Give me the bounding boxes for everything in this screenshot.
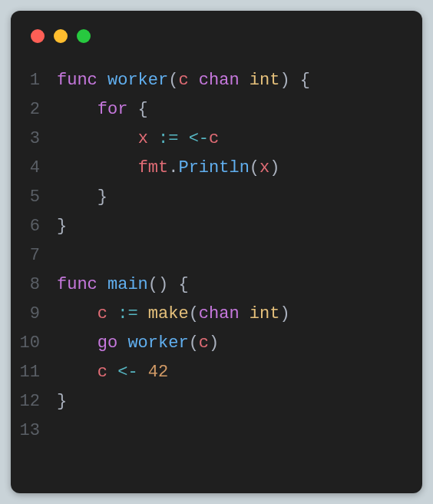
line-number: 5 [11, 183, 57, 212]
token-var: c [178, 71, 188, 90]
token-plain [57, 333, 98, 353]
token-plain [57, 129, 138, 148]
line-content: fmt.Println(x) [57, 154, 422, 183]
line-content: x := <-c [57, 124, 422, 154]
line-content: c := make(chan int) [57, 300, 422, 329]
line-content: } [57, 183, 422, 212]
line-number: 11 [11, 358, 57, 387]
code-line: 7 [11, 241, 422, 270]
code-line: 11 c <- 42 [11, 358, 422, 387]
token-plain: { [127, 100, 147, 119]
token-op: <- [117, 363, 137, 382]
code-line: 4 fmt.Println(x) [11, 154, 422, 183]
line-content [57, 416, 422, 446]
line-content: } [57, 212, 422, 241]
line-content: c <- 42 [57, 358, 422, 387]
line-content: } [57, 387, 422, 416]
token-func: worker [127, 333, 188, 353]
zoom-icon[interactable] [77, 29, 91, 43]
token-plain: ( [168, 71, 178, 90]
token-plain [138, 304, 148, 323]
token-var: c [209, 129, 219, 148]
line-content: for { [57, 95, 422, 124]
code-line: 5 } [11, 183, 422, 212]
token-var: c [199, 333, 209, 353]
token-plain: ) [209, 333, 219, 353]
line-number: 3 [11, 124, 57, 154]
token-plain: } [57, 392, 67, 411]
line-number: 7 [11, 241, 57, 270]
token-plain [189, 71, 199, 90]
close-icon[interactable] [31, 29, 45, 43]
token-plain: ( [189, 333, 199, 353]
token-type: make [148, 304, 189, 323]
token-type: int [250, 71, 280, 90]
line-content: func worker(c chan int) { [57, 66, 422, 95]
code-window: 1func worker(c chan int) {2 for {3 x := … [11, 11, 422, 493]
token-op: := [117, 304, 137, 323]
token-func: main [107, 275, 148, 294]
token-type: int [250, 304, 280, 323]
token-plain: } [57, 187, 107, 207]
token-func: Println [178, 158, 249, 177]
code-line: 8func main() { [11, 270, 422, 300]
line-number: 2 [11, 95, 57, 124]
token-plain [117, 333, 127, 353]
code-line: 10 go worker(c) [11, 329, 422, 358]
line-number: 4 [11, 154, 57, 183]
token-plain: . [168, 158, 178, 177]
token-func: worker [107, 71, 168, 90]
token-keyword: go [98, 333, 117, 353]
token-var: c [98, 363, 107, 382]
line-content: go worker(c) [57, 329, 422, 358]
token-keyword: for [98, 100, 128, 119]
token-plain [57, 100, 98, 119]
minimize-icon[interactable] [54, 29, 68, 43]
token-plain [138, 363, 148, 382]
token-keyword: func [57, 71, 107, 90]
line-number: 13 [11, 416, 57, 446]
code-line: 9 c := make(chan int) [11, 300, 422, 329]
line-content [57, 241, 422, 270]
token-number: 42 [148, 363, 168, 382]
token-plain: ( [250, 158, 259, 177]
token-var: x [138, 129, 148, 148]
token-op: <- [189, 129, 209, 148]
titlebar [11, 11, 422, 57]
code-editor[interactable]: 1func worker(c chan int) {2 for {3 x := … [11, 57, 422, 446]
token-plain: ) { [279, 71, 310, 90]
token-keyword: func [57, 275, 107, 294]
line-number: 12 [11, 387, 57, 416]
token-keyword: chan [199, 304, 240, 323]
token-keyword: chan [199, 71, 240, 90]
line-number: 6 [11, 212, 57, 241]
token-var: x [259, 158, 269, 177]
token-plain: } [57, 217, 67, 236]
line-number: 9 [11, 300, 57, 329]
token-var: c [98, 304, 107, 323]
code-line: 3 x := <-c [11, 124, 422, 154]
token-plain [57, 304, 98, 323]
token-plain: ) [279, 304, 289, 323]
token-plain [107, 363, 117, 382]
token-plain [240, 71, 250, 90]
token-plain: ( [189, 304, 199, 323]
token-plain [107, 304, 117, 323]
token-plain [148, 129, 158, 148]
code-line: 2 for { [11, 95, 422, 124]
line-number: 10 [11, 329, 57, 358]
token-plain [57, 158, 138, 177]
code-line: 6} [11, 212, 422, 241]
line-number: 8 [11, 270, 57, 300]
token-plain [57, 363, 98, 382]
line-number: 1 [11, 66, 57, 95]
code-line: 12} [11, 387, 422, 416]
token-plain [178, 129, 188, 148]
code-line: 1func worker(c chan int) { [11, 66, 422, 95]
token-plain: ) [269, 158, 279, 177]
token-plain [240, 304, 250, 323]
token-op: := [158, 129, 178, 148]
token-plain: () { [148, 275, 189, 294]
token-var: fmt [138, 158, 169, 177]
line-content: func main() { [57, 270, 422, 300]
